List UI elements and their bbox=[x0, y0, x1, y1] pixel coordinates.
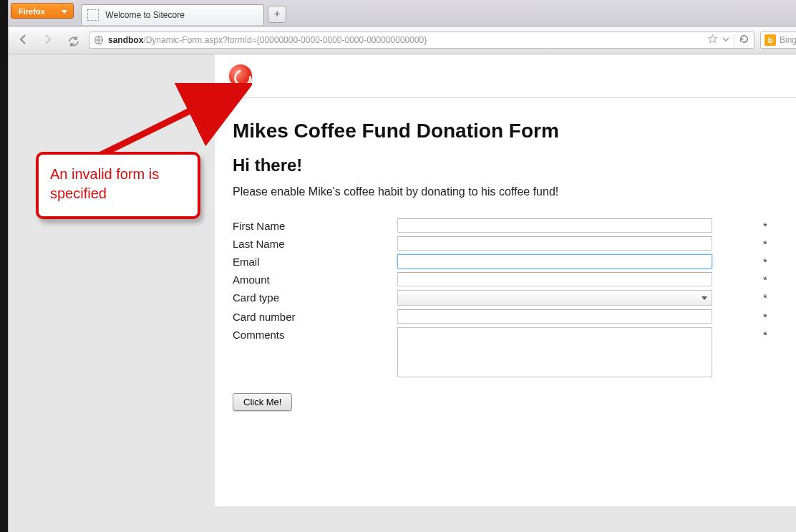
sitecore-logo-icon bbox=[229, 64, 252, 87]
label-email: Email bbox=[233, 254, 397, 268]
browser-window: Firefox Welcome to Sitecore + sandb bbox=[8, 0, 796, 532]
amount-input[interactable] bbox=[397, 272, 712, 286]
tab-strip: Firefox Welcome to Sitecore + bbox=[9, 0, 796, 26]
firefox-menu-button[interactable]: Firefox bbox=[11, 3, 74, 19]
row-amount: Amount * bbox=[233, 272, 778, 286]
bookmark-star-icon[interactable] bbox=[707, 34, 718, 47]
chevron-down-icon bbox=[62, 10, 67, 14]
required-marker: * bbox=[752, 272, 778, 286]
browser-tab[interactable]: Welcome to Sitecore bbox=[81, 4, 264, 25]
label-last-name: Last Name bbox=[233, 236, 397, 250]
url-path: /Dynamic-Form.aspx?formId={00000000-0000… bbox=[143, 35, 427, 45]
email-input[interactable] bbox=[397, 254, 712, 269]
page-content: Mikes Coffee Fund Donation Form Hi there… bbox=[215, 54, 796, 506]
required-marker: * bbox=[752, 254, 778, 268]
tab-favicon-icon bbox=[87, 9, 99, 21]
row-last-name: Last Name * bbox=[233, 236, 778, 251]
required-marker: * bbox=[752, 218, 778, 232]
row-card-type: Card type * bbox=[233, 290, 778, 306]
url-host: sandbox bbox=[108, 35, 143, 45]
page-title: Mikes Coffee Fund Donation Form bbox=[233, 120, 778, 142]
card-number-input[interactable] bbox=[397, 309, 712, 324]
submit-button[interactable]: Click Me! bbox=[233, 393, 292, 411]
site-header bbox=[215, 54, 796, 98]
forward-button[interactable] bbox=[40, 33, 56, 49]
page-intro: Please enable Mike's coffee habit by don… bbox=[233, 185, 778, 198]
first-name-input[interactable] bbox=[397, 218, 712, 233]
required-marker: * bbox=[752, 290, 778, 304]
viewport: Mikes Coffee Fund Donation Form Hi there… bbox=[9, 54, 796, 532]
required-marker: * bbox=[752, 309, 778, 323]
search-engine-label: Bing bbox=[780, 35, 796, 45]
tab-title: Welcome to Sitecore bbox=[105, 10, 185, 20]
row-email: Email * bbox=[233, 254, 778, 269]
comments-textarea[interactable] bbox=[397, 327, 712, 377]
annotation-text: An invalid form is specified bbox=[50, 166, 159, 201]
dropdown-caret-icon[interactable] bbox=[722, 35, 729, 45]
nav-toolbar: sandbox/Dynamic-Form.aspx?formId={000000… bbox=[9, 26, 796, 54]
page-body: Mikes Coffee Fund Donation Form Hi there… bbox=[215, 105, 796, 506]
label-comments: Comments bbox=[233, 327, 397, 341]
card-type-select[interactable] bbox=[397, 290, 712, 306]
label-amount: Amount bbox=[233, 272, 397, 286]
required-marker: * bbox=[752, 327, 778, 341]
bing-icon: b bbox=[765, 34, 776, 46]
annotation-callout: An invalid form is specified bbox=[36, 152, 200, 219]
required-marker: * bbox=[752, 236, 778, 250]
last-name-input[interactable] bbox=[397, 236, 712, 251]
globe-icon bbox=[94, 35, 104, 45]
label-first-name: First Name bbox=[233, 218, 397, 232]
back-button[interactable] bbox=[16, 33, 31, 49]
page-greeting: Hi there! bbox=[233, 155, 778, 175]
address-bar[interactable]: sandbox/Dynamic-Form.aspx?formId={000000… bbox=[89, 32, 754, 49]
url-text: sandbox/Dynamic-Form.aspx?formId={000000… bbox=[108, 35, 707, 45]
reload-button[interactable] bbox=[739, 34, 749, 47]
new-tab-button[interactable]: + bbox=[268, 6, 286, 23]
label-card-number: Card number bbox=[233, 309, 397, 323]
row-first-name: First Name * bbox=[233, 218, 778, 233]
plus-icon: + bbox=[274, 8, 280, 19]
search-bar[interactable]: b Bing bbox=[760, 32, 796, 49]
label-card-type: Card type bbox=[233, 290, 397, 304]
row-comments: Comments * bbox=[233, 327, 778, 379]
row-card-number: Card number * bbox=[233, 309, 778, 324]
firefox-menu-label: Firefox bbox=[19, 7, 45, 16]
separator bbox=[734, 34, 734, 47]
sync-button[interactable] bbox=[64, 33, 83, 49]
